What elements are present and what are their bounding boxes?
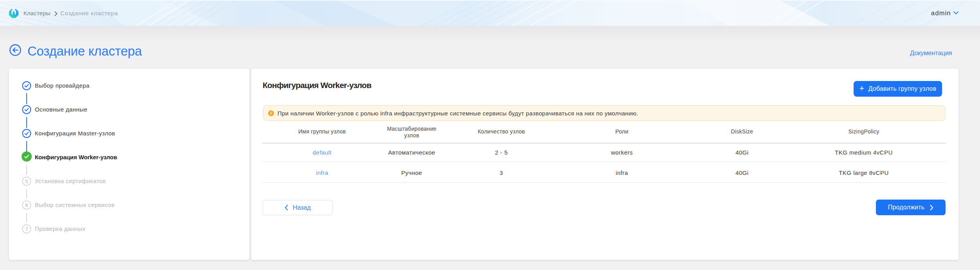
svg-text:5: 5 — [25, 178, 28, 184]
svg-text:7: 7 — [25, 226, 28, 232]
svg-text:6: 6 — [25, 202, 28, 208]
